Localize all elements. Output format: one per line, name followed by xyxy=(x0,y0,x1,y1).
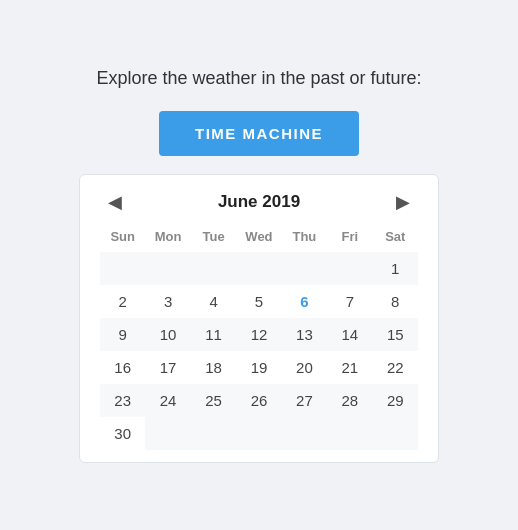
calendar-cell xyxy=(327,417,372,450)
weekday-tue: Tue xyxy=(191,225,236,252)
calendar-row: 9101112131415 xyxy=(100,318,418,351)
calendar-cell[interactable]: 7 xyxy=(327,285,372,318)
calendar-cell[interactable]: 17 xyxy=(145,351,190,384)
calendar-cell[interactable]: 4 xyxy=(191,285,236,318)
calendar-cell[interactable]: 15 xyxy=(373,318,418,351)
calendar-cell[interactable]: 30 xyxy=(100,417,145,450)
month-year-label: June 2019 xyxy=(218,192,300,212)
next-month-button[interactable]: ▶ xyxy=(388,191,418,213)
calendar-row: 23242526272829 xyxy=(100,384,418,417)
calendar-cell[interactable]: 18 xyxy=(191,351,236,384)
prev-month-button[interactable]: ◀ xyxy=(100,191,130,213)
calendar-cell[interactable]: 20 xyxy=(282,351,327,384)
calendar-cell[interactable]: 22 xyxy=(373,351,418,384)
weekday-wed: Wed xyxy=(236,225,281,252)
calendar-cell[interactable]: 19 xyxy=(236,351,281,384)
calendar-cell[interactable]: 23 xyxy=(100,384,145,417)
weekday-header-row: Sun Mon Tue Wed Thu Fri Sat xyxy=(100,225,418,252)
calendar-cell xyxy=(191,417,236,450)
calendar-cell[interactable]: 2 xyxy=(100,285,145,318)
calendar-cell[interactable]: 29 xyxy=(373,384,418,417)
calendar-cell[interactable]: 9 xyxy=(100,318,145,351)
calendar-cell[interactable]: 14 xyxy=(327,318,372,351)
calendar: ◀ June 2019 ▶ Sun Mon Tue Wed Thu Fri Sa… xyxy=(79,174,439,463)
tagline: Explore the weather in the past or futur… xyxy=(96,68,421,89)
weekday-thu: Thu xyxy=(282,225,327,252)
calendar-cell xyxy=(282,417,327,450)
main-container: Explore the weather in the past or futur… xyxy=(0,0,518,530)
weekday-sat: Sat xyxy=(373,225,418,252)
calendar-cell xyxy=(191,252,236,285)
calendar-cell[interactable]: 28 xyxy=(327,384,372,417)
calendar-cell[interactable]: 8 xyxy=(373,285,418,318)
weekday-mon: Mon xyxy=(145,225,190,252)
calendar-cell[interactable]: 12 xyxy=(236,318,281,351)
calendar-cell[interactable]: 11 xyxy=(191,318,236,351)
calendar-cell[interactable]: 13 xyxy=(282,318,327,351)
calendar-cell[interactable]: 1 xyxy=(373,252,418,285)
calendar-cell xyxy=(327,252,372,285)
calendar-grid: Sun Mon Tue Wed Thu Fri Sat 123456789101… xyxy=(100,225,418,450)
calendar-cell xyxy=(145,417,190,450)
calendar-row: 1 xyxy=(100,252,418,285)
calendar-row: 30 xyxy=(100,417,418,450)
calendar-cell xyxy=(282,252,327,285)
calendar-cell xyxy=(236,417,281,450)
calendar-cell[interactable]: 6 xyxy=(282,285,327,318)
calendar-cell[interactable]: 10 xyxy=(145,318,190,351)
calendar-cell[interactable]: 26 xyxy=(236,384,281,417)
calendar-row: 16171819202122 xyxy=(100,351,418,384)
calendar-cell xyxy=(373,417,418,450)
calendar-cell[interactable]: 5 xyxy=(236,285,281,318)
time-machine-button[interactable]: TIME MACHINE xyxy=(159,111,359,156)
calendar-cell[interactable]: 16 xyxy=(100,351,145,384)
calendar-cell xyxy=(236,252,281,285)
calendar-cell xyxy=(145,252,190,285)
calendar-cell xyxy=(100,252,145,285)
calendar-cell[interactable]: 27 xyxy=(282,384,327,417)
calendar-header: ◀ June 2019 ▶ xyxy=(100,191,418,213)
calendar-cell[interactable]: 3 xyxy=(145,285,190,318)
calendar-cell[interactable]: 21 xyxy=(327,351,372,384)
weekday-fri: Fri xyxy=(327,225,372,252)
weekday-sun: Sun xyxy=(100,225,145,252)
calendar-row: 2345678 xyxy=(100,285,418,318)
calendar-cell[interactable]: 24 xyxy=(145,384,190,417)
calendar-cell[interactable]: 25 xyxy=(191,384,236,417)
